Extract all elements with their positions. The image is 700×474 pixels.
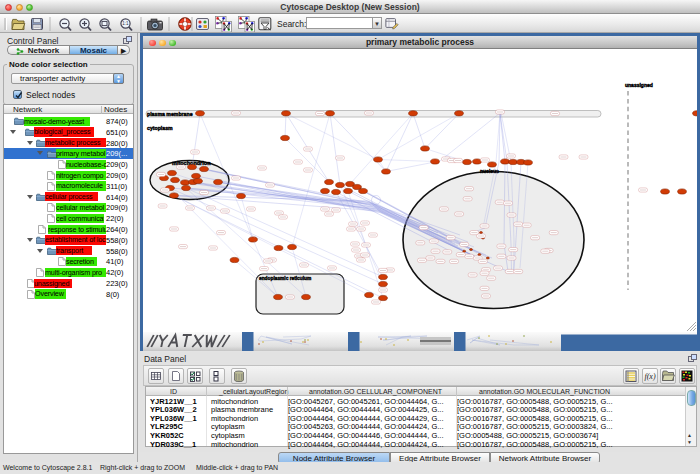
svg-text:cytoplasm: cytoplasm xyxy=(147,125,173,131)
svg-text:f(x): f(x) xyxy=(644,372,655,381)
svg-text:plasma membrane: plasma membrane xyxy=(147,111,193,117)
svg-text:nucleus: nucleus xyxy=(480,168,499,174)
svg-text:1:1: 1:1 xyxy=(122,21,129,26)
svg-text:unassigned: unassigned xyxy=(625,82,653,88)
